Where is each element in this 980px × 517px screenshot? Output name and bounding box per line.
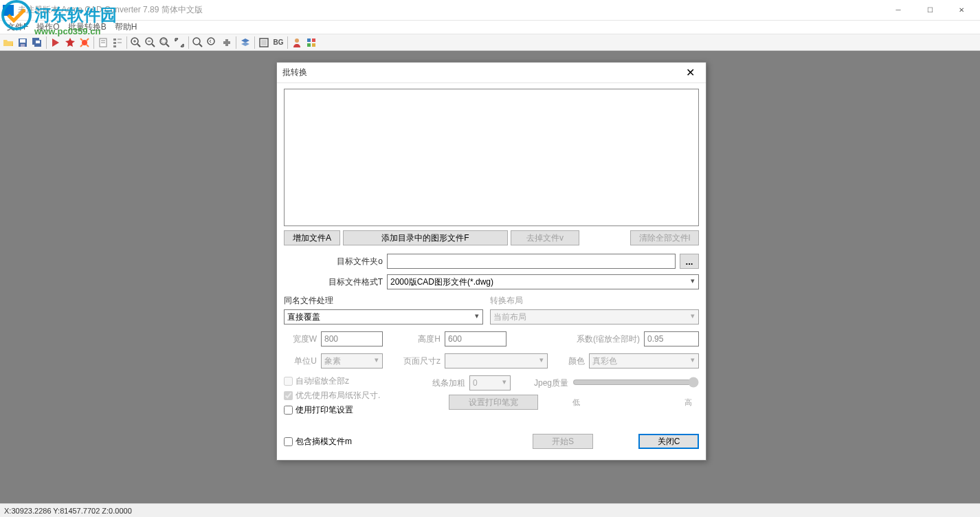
fullscreen-icon[interactable]: [257, 36, 271, 50]
app-icon: [3, 5, 14, 16]
convert-layout-select: 当前布局: [490, 309, 699, 324]
save-all-icon[interactable]: [30, 36, 44, 50]
zoom-factor-input: [644, 331, 699, 346]
svg-rect-33: [312, 38, 315, 42]
add-file-button[interactable]: 增加文件A: [284, 230, 340, 245]
svg-rect-35: [312, 43, 315, 47]
explode-icon[interactable]: [78, 36, 91, 50]
auto-zoom-label: 自动缩放全部z: [296, 375, 349, 387]
clear-all-button[interactable]: 清除全部文件l: [630, 230, 699, 245]
include-mask-checkbox[interactable]: [284, 437, 293, 446]
purge-icon[interactable]: [63, 36, 77, 50]
zoom-window-icon[interactable]: [158, 36, 172, 50]
add-folder-button[interactable]: 添加目录中的图形文件F: [343, 230, 508, 245]
bg-icon[interactable]: BG: [271, 36, 285, 50]
close-dialog-button[interactable]: 关闭C: [638, 434, 699, 449]
start-button[interactable]: 开始S: [533, 434, 593, 449]
same-name-label: 同名文件处理: [284, 295, 490, 307]
file-list[interactable]: [284, 89, 699, 226]
statusbar-coords: X:30923.2286 Y:81457.7702 Z:0.0000: [4, 507, 132, 515]
line-weight-select: 0: [469, 375, 511, 390]
use-print-pen-checkbox[interactable]: [284, 406, 293, 415]
same-name-select[interactable]: 直接覆盖: [284, 309, 483, 324]
jpeg-quality-slider: [572, 377, 699, 388]
dialog-close-button[interactable]: ✕: [680, 63, 700, 83]
save-icon[interactable]: [16, 36, 30, 50]
open-icon[interactable]: [1, 36, 15, 50]
svg-point-26: [193, 38, 200, 45]
line-weight-label: 线条加粗: [421, 377, 469, 389]
color-label: 颜色: [548, 355, 589, 367]
audit-icon[interactable]: [49, 36, 63, 50]
layers-icon[interactable]: [238, 36, 252, 50]
svg-rect-32: [307, 38, 311, 42]
menubar: 文件F 操作O 批量转换B 帮助H: [0, 21, 980, 34]
batch-convert-dialog: 批转换 ✕ 增加文件A 添加目录中的图形文件F 去掉文件v 清除全部文件l 目标…: [276, 62, 706, 461]
auto-zoom-checkbox: [284, 377, 293, 386]
convert-layout-label: 转换布局: [490, 295, 523, 307]
menu-operate[interactable]: 操作O: [32, 21, 63, 33]
zoom-prev-icon[interactable]: [205, 36, 219, 50]
jpeg-quality-label: Jpeg质量: [511, 377, 572, 389]
svg-rect-25: [162, 39, 166, 43]
notes-icon[interactable]: [96, 36, 110, 50]
height-input: [445, 331, 506, 346]
svg-rect-34: [307, 43, 311, 47]
color-select: 真彩色: [589, 353, 699, 368]
svg-line-17: [137, 44, 140, 47]
high-label: 高: [684, 397, 692, 408]
remove-file-button[interactable]: 去掉文件v: [511, 230, 579, 245]
browse-button[interactable]: ...: [680, 254, 699, 269]
svg-rect-11: [113, 38, 116, 41]
menu-help[interactable]: 帮助H: [111, 21, 142, 33]
dialog-titlebar: 批转换 ✕: [277, 63, 706, 83]
titlebar-text: 未注册版本 Acme CAD Converter 7.89 简体中文版: [18, 4, 882, 16]
dialog-title: 批转换: [282, 67, 680, 78]
zoom-in-icon[interactable]: [129, 36, 143, 50]
svg-rect-2: [20, 39, 25, 43]
minimize-button[interactable]: ─: [882, 0, 914, 21]
statusbar: X:30923.2286 Y:81457.7702 Z:0.0000: [0, 503, 980, 517]
zoom-all-icon[interactable]: [191, 36, 205, 50]
svg-line-24: [166, 44, 169, 47]
zoom-factor-label: 系数(缩放全部时): [506, 333, 644, 345]
maximize-button[interactable]: ☐: [914, 0, 946, 21]
target-folder-label: 目标文件夹o: [284, 256, 387, 267]
target-format-label: 目标文件格式T: [284, 276, 387, 288]
svg-rect-30: [261, 40, 267, 45]
include-mask-label: 包含摘模文件m: [296, 436, 352, 448]
toolbar: BG: [0, 34, 980, 51]
tree-icon[interactable]: [111, 36, 124, 50]
target-format-select[interactable]: 2000版CAD图形文件(*.dwg): [387, 274, 699, 289]
target-folder-input[interactable]: [387, 254, 676, 269]
menu-batch[interactable]: 批量转换B: [64, 21, 111, 33]
settings-icon[interactable]: [304, 36, 318, 50]
use-layout-paper-label: 优先使用布局纸张尺寸.: [296, 390, 380, 402]
user-icon[interactable]: [290, 36, 304, 50]
page-size-select: [445, 353, 548, 368]
menu-file[interactable]: 文件F: [3, 21, 32, 33]
zoom-extents-icon[interactable]: [172, 36, 186, 50]
svg-rect-13: [113, 45, 116, 47]
unit-label: 单位U: [284, 355, 321, 367]
zoom-out-icon[interactable]: [144, 36, 157, 50]
svg-rect-6: [36, 41, 40, 43]
svg-line-21: [152, 44, 155, 47]
use-layout-paper-checkbox: [284, 391, 293, 400]
titlebar: 未注册版本 Acme CAD Converter 7.89 简体中文版 ─ ☐ …: [0, 0, 980, 21]
svg-line-27: [199, 44, 202, 47]
pan-icon[interactable]: [220, 36, 234, 50]
svg-rect-3: [21, 44, 25, 47]
width-label: 宽度W: [284, 333, 321, 345]
svg-point-7: [82, 40, 87, 45]
svg-rect-12: [113, 42, 116, 44]
height-label: 高度H: [383, 333, 445, 345]
set-pen-button: 设置打印笔宽: [449, 395, 538, 410]
unit-select: 象素: [321, 353, 383, 368]
width-input: [321, 331, 383, 346]
svg-point-28: [208, 38, 214, 45]
svg-point-31: [295, 38, 299, 43]
page-size-label: 页面尺寸z: [383, 355, 445, 367]
close-button[interactable]: ✕: [946, 0, 977, 21]
low-label: 低: [572, 397, 580, 408]
